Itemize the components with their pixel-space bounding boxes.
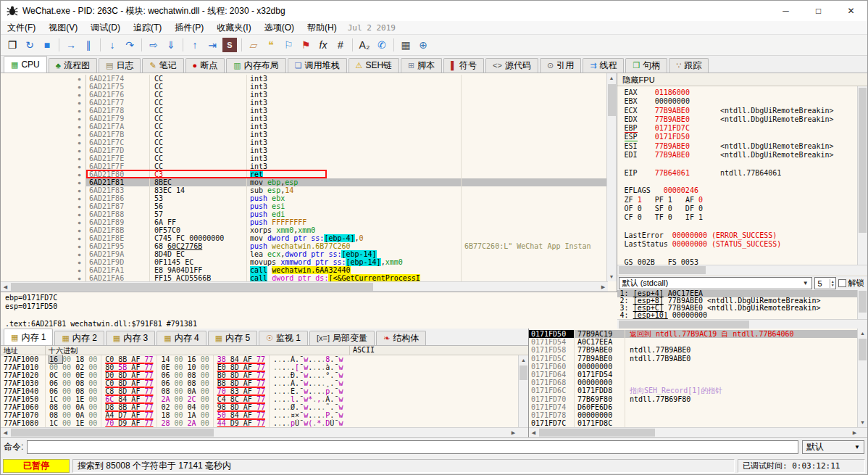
unlock-checkbox[interactable]: 解锁 [838,278,867,289]
stack-row[interactable]: 0171FD6800000000 [529,379,859,387]
attach-button[interactable]: ✆ [373,36,391,54]
disasm-vscrollbar[interactable]: ▲▼ [606,73,617,281]
breakpoint-dot-icon[interactable]: ● [73,162,86,170]
disassembly-pane[interactable]: ●6AD21F74CCint3●6AD21F75CCint3●6AD21F76C… [1,73,617,329]
disasm-row-body[interactable]: 6AD21F8383EC 14sub esp,14 [86,186,608,194]
breakpoint-dot-icon[interactable]: ● [73,266,86,274]
register-row[interactable]: ZF 1 PF 1 AF 0 [625,196,858,205]
stack-row[interactable]: 0171FD54A0C17EEA [529,338,859,346]
breakpoint-dot-icon[interactable]: ● [73,234,86,242]
register-row[interactable]: CF 0 TF 0 IF 1 [625,213,858,222]
disasm-row[interactable]: ●6AD21F9568 60C2776Bpush wechatwin.6B77C… [1,242,608,250]
stack-row[interactable]: 0171FD7C0171FD8C [529,419,859,427]
dump-row[interactable]: 77AF100016 00 18 00C0 8B AF 7714 00 16 0… [1,355,518,363]
disasm-row-body[interactable]: 6AD21FA1E8 9A04D1FFcall wechatwin.6AA324… [86,266,608,274]
stack-hscrollbar[interactable]: ◀▶ [529,427,868,437]
breakpoint-dot-icon[interactable]: ● [73,123,86,131]
disasm-row-body[interactable]: 6AD21F7CCCint3 [86,139,608,146]
tab-script[interactable]: ⊞脚本 [401,58,442,73]
disasm-row-body[interactable]: 6AD21F80C3ret [86,170,608,178]
tab-dump-4[interactable]: ▦内存 4 [157,331,206,345]
disasm-row-body[interactable]: 6AD21F8EC745 FC 00000000mov dword ptr ss… [86,234,608,242]
menu-item-f[interactable]: 文件(F) [1,21,42,35]
argument-count-stepper[interactable]: 5 ▲▼ [814,277,836,289]
disasm-row[interactable]: ●6AD21F8756push esi [1,202,608,210]
hide-fpu-button[interactable]: 隐藏FPU [617,73,867,86]
tab-watch-1[interactable]: ☉监视 1 [259,331,308,345]
disasm-row[interactable]: ●6AD21F8383EC 14sub esp,14 [1,186,608,194]
disasm-row-body[interactable]: 6AD21F79CCint3 [86,115,608,123]
menu-item-d[interactable]: 调试(D) [84,21,127,35]
back-to-user-button[interactable]: ⇥ [204,36,221,54]
register-row[interactable] [625,249,858,257]
arguments-hscrollbar[interactable] [617,319,868,329]
stack-row[interactable]: 0171FD5C77B9ABE0ntdll.77B9ABE0 [529,355,859,363]
register-row[interactable]: EIP 77B64061 ntdll.77B64061 [625,169,858,178]
breakpoint-dot-icon[interactable]: ● [73,131,86,139]
dump-rows[interactable]: 77AF100016 00 18 00C0 8B AF 7714 00 16 0… [1,355,518,427]
disasm-row[interactable]: ●6AD21F74CCint3 [1,75,608,83]
minimize-button[interactable]: ─ [769,1,802,21]
disasm-row-body[interactable]: 6AD21F8B0F57C0xorps xmm0,xmm0 [86,226,608,234]
stack-row[interactable]: 0171FD6C0171FDD8指向SEH_Record[1]的指针 [529,387,859,395]
register-list[interactable]: EAX 01186000EBX 00000000ECX 77B9ABE0 <nt… [617,86,858,265]
tab-handles[interactable]: ❒句柄 [625,58,667,73]
menu-item-i[interactable]: 收藏夹(I) [210,21,257,35]
tab-seh[interactable]: ⚠SEH链 [349,58,400,73]
stack-row[interactable]: 0171FD74D60FE6D6 [529,403,859,411]
disasm-row-body[interactable]: 6AD21F818BECmov ebp,esp [86,178,608,186]
dump-row[interactable]: 77AF106008 00 0A 00D8 8B AF 7702 00 04 0… [1,403,518,411]
disasm-row-body[interactable]: 6AD21F7DCCint3 [86,146,608,154]
dump-hscrollbar[interactable]: ◀▶ [1,427,528,437]
breakpoint-dot-icon[interactable]: ● [73,146,86,154]
tab-notes[interactable]: ✎笔记 [142,58,183,73]
disasm-row-body[interactable]: 6AD21F896A FFpush FFFFFFFF [86,218,608,226]
disasm-row[interactable]: ●6AD21F8B0F57C0xorps xmm0,xmm0 [1,226,608,234]
arguments-list[interactable]: 1: [esp+4] A0C17EEA2: [esp+8] 77B9ABE0 <… [617,290,858,319]
disasm-row[interactable]: ●6AD21F7DCCint3 [1,146,608,154]
maximize-button[interactable]: □ [802,1,835,21]
dump-row[interactable]: 77AF101000 00 02 0080 5B AF 770E 00 10 0… [1,363,518,371]
breakpoint-dot-icon[interactable]: ● [73,99,86,107]
disasm-row[interactable]: ●6AD21F78CCint3 [1,107,608,115]
disasm-row[interactable]: ●6AD21F8857push edi [1,210,608,218]
disasm-row-body[interactable]: 6AD21F8653push ebx [86,194,608,202]
memory-dump-pane[interactable]: 地址 十六进制 ASCII 77AF100016 00 18 00C0 8B A… [1,346,528,437]
snowman-button[interactable]: # [332,36,349,54]
disasm-row-body[interactable]: 6AD21F7BCCint3 [86,131,608,139]
stack-row[interactable]: 0171FD7077B69F80ntdll.77B69F80 [529,395,859,403]
calling-convention-select[interactable]: 默认 (stdcall)▼ [619,277,812,289]
restart-button[interactable]: ↻ [21,36,38,54]
disasm-row-body[interactable]: 6AD21F7FCCint3 [86,162,608,170]
tab-dump-1[interactable]: ▦内存 1 [4,329,53,345]
register-row[interactable]: ECX 77B9ABE0 <ntdll.DbgUiRemoteBreakin> [625,107,858,115]
register-row[interactable]: LastError 00000000 (ERROR_SUCCESS) [625,231,858,240]
breakpoint-dot-icon[interactable]: ● [73,115,86,123]
disasm-row-body[interactable]: 6AD21F75CCint3 [86,83,608,91]
menu-item-p[interactable]: 插件(P) [168,21,210,35]
stack-rows[interactable]: 0171FD5077B9AC19返回到 ntdll.77B9AC19 自 ntd… [529,329,859,427]
disasm-row[interactable]: ●6AD21F9D0F1145 ECmovups xmmword ptr ss:… [1,258,608,266]
stack-row[interactable]: 0171FD640171FD54 [529,371,859,379]
breakpoint-dot-icon[interactable]: ● [73,186,86,194]
execute-till-return-button[interactable]: ⇓ [162,36,180,54]
disasm-row[interactable]: ●6AD21F8653push ebx [1,194,608,202]
scylla-button[interactable]: S [222,38,237,52]
argument-row[interactable]: 4: [esp+10] 00000000 [617,312,858,319]
dump-row[interactable]: 77AF103006 00 08 00C0 8D AF 7706 00 08 0… [1,379,518,387]
calculator-button[interactable]: ▦ [397,36,414,54]
stack-row[interactable]: 0171FD5877B9ABE0ntdll.77B9ABE0 [529,346,859,354]
disasm-row-body[interactable]: 6AD21F76CCint3 [86,91,608,99]
stop-button[interactable]: ■ [38,36,56,54]
breakpoint-dot-icon[interactable]: ● [73,210,86,218]
command-profile-select[interactable]: 默认▼ [802,440,864,454]
disasm-row-body[interactable]: 6AD21F77CCint3 [86,99,608,107]
tab-log[interactable]: ▤日志 [99,58,141,73]
breakpoint-dot-icon[interactable]: ● [73,178,86,186]
disasm-row[interactable]: ●6AD21F76CCint3 [1,91,608,99]
tab-trace[interactable]: ∵跟踪 [669,58,709,73]
breakpoint-dot-icon[interactable]: ● [73,226,86,234]
tab-references[interactable]: ⊙引用 [540,58,581,73]
breakpoint-dot-icon[interactable]: ● [73,194,86,202]
run-to-user-code-button[interactable]: ⇨ [145,36,162,54]
